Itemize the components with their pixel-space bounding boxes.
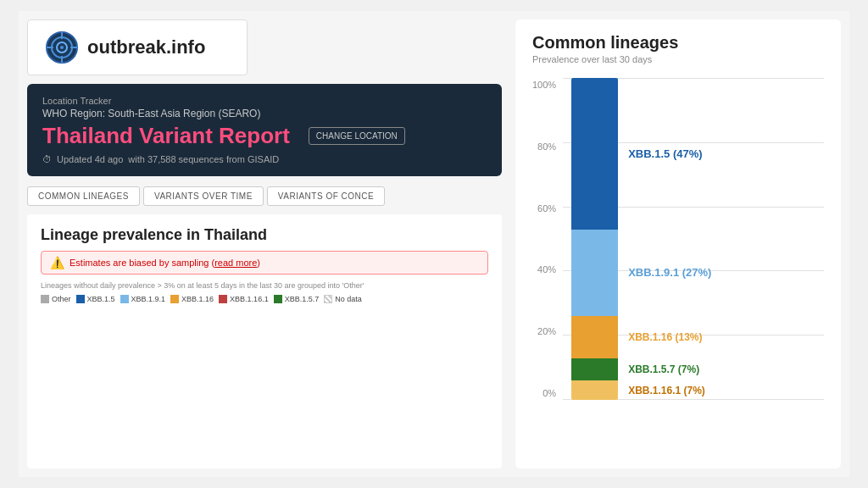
updated-text: Updated 4d ago [57,154,123,164]
label-xbb191: XBB.1.9.1 (27%) [628,266,711,279]
y-axis-100: 100% [532,80,556,90]
legend-item-nodata: No data [324,295,362,303]
legend-swatch-xbb191 [120,295,129,303]
y-axis-80: 80% [537,141,556,152]
label-xbb1161: XBB.1.16.1 (7%) [628,385,705,396]
change-location-button[interactable]: CHANGE LOCATION [309,127,405,145]
who-region-label: WHO Region: South-East Asia Region (SEAR… [42,108,487,119]
legend-item-xbb1161: XBB.1.16.1 [219,295,269,303]
tab-common-lineages[interactable]: COMMON LINEAGES [27,186,140,206]
warning-box: ⚠️ Estimates are biased by sampling (rea… [41,251,488,274]
bar-segment-xbb15 [571,78,618,230]
common-lineages-title: Common lineages [532,33,824,53]
content-area: Lineage prevalence in Thailand ⚠️ Estima… [27,214,502,469]
legend-swatch-xbb15 [76,295,85,303]
prevalence-subtitle: Prevalence over last 30 days [532,54,824,64]
report-card: Location Tracker WHO Region: South-East … [27,84,502,176]
bar-segment-xbb157 [571,358,618,381]
legend-swatch-other [41,295,49,303]
legend-item-xbb191: XBB.1.9.1 [120,295,166,303]
label-xbb116: XBB.1.16 (13%) [628,331,702,343]
label-xbb15: XBB.1.5 (47%) [628,147,702,160]
bar-segment-xbb1161 [571,380,618,400]
sequences-text: with 37,588 sequences from GISAID [128,154,279,164]
legend-swatch-nodata [324,295,332,303]
lineage-title: Lineage prevalence in Thailand [41,226,488,244]
warning-text: Estimates are biased by sampling (read m… [70,258,260,268]
y-axis-0: 0% [542,388,556,398]
label-xbb157: XBB.1.5.7 (7%) [628,363,699,375]
outbreak-logo-icon [45,30,79,64]
warning-icon: ⚠️ [50,256,64,269]
y-axis-20: 20% [537,326,556,336]
logo-box: outbreak.info [27,19,248,75]
read-more-link[interactable]: read more [214,258,257,268]
clock-icon: ⏱ [42,154,52,164]
tab-variants-of-concern[interactable]: VARIANTS OF CONCE [267,186,385,206]
right-panel: Common lineages Prevalence over last 30 … [515,19,841,469]
location-tracker-label: Location Tracker [42,96,487,106]
sampling-note: Lineages without daily prevalence > 3% o… [41,281,488,290]
logo-text: outbreak.info [87,36,205,58]
legend-item-xbb157: XBB.1.5.7 [274,295,320,303]
legend-swatch-xbb157 [274,295,282,303]
variant-report-title: Thailand Variant Report [42,123,290,149]
left-panel: outbreak.info Location Tracker WHO Regio… [27,19,502,469]
legend-item-xbb116: XBB.1.16 [170,295,214,303]
nav-tabs: COMMON LINEAGES VARIANTS OVER TIME VARIA… [27,186,502,206]
stacked-bar [571,78,618,400]
svg-point-3 [60,46,64,49]
tab-variants-over-time[interactable]: VARIANTS OVER TIME [143,186,264,206]
legend-item-other: Other [41,295,71,303]
y-axis-60: 60% [537,203,556,214]
legend: Other XBB.1.5 XBB.1.9.1 XBB.1.16 XBB.1.1… [41,295,488,303]
bar-segment-xbb191 [571,230,618,317]
legend-swatch-xbb1161 [219,295,227,303]
bar-segment-xbb116 [571,316,618,358]
updated-row: ⏱ Updated 4d ago with 37,588 sequences f… [42,154,487,164]
legend-item-xbb15: XBB.1.5 [76,295,115,303]
legend-swatch-xbb116 [170,295,179,303]
y-axis-40: 40% [537,264,556,274]
